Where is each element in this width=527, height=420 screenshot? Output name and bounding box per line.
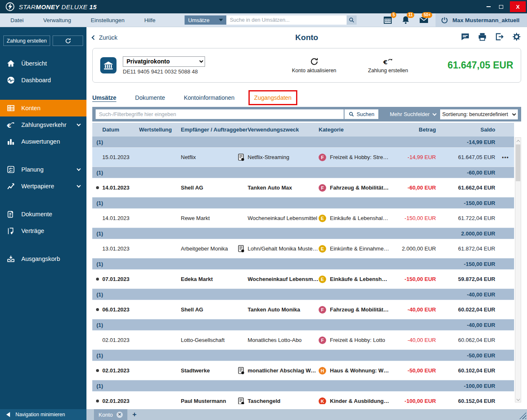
sidebar-item-planung[interactable]: Planung bbox=[0, 161, 86, 178]
sidebar-item-label: Wertpapiere bbox=[21, 183, 54, 190]
document-attachment-icon[interactable] bbox=[234, 397, 248, 405]
cell-payee: Shell AG bbox=[181, 306, 234, 313]
minimize-window-button[interactable] bbox=[482, 0, 495, 13]
tab-umsaetze[interactable]: Umsätze bbox=[92, 94, 117, 101]
notifications-bell-button[interactable]: 11 bbox=[401, 15, 411, 25]
sidebar-item-vertraege[interactable]: Verträge bbox=[0, 223, 86, 239]
group-header-row[interactable]: (1) 2.000,00 EUR bbox=[92, 228, 514, 239]
sidebar-item-ausgangskorb[interactable]: Ausgangskorb bbox=[0, 250, 86, 267]
cell-saldo: 61.662,04 EUR bbox=[438, 185, 497, 191]
col-datum[interactable]: Datum bbox=[102, 127, 139, 133]
sidebar-item-konten[interactable]: Konten bbox=[0, 100, 86, 116]
cell-saldo: 60.022,04 EUR bbox=[438, 306, 497, 313]
transaction-row[interactable]: 14.01.2023 Rewe Markt Wocheneinkauf Lebe… bbox=[92, 209, 514, 228]
account-select[interactable]: Privatgirokonto bbox=[123, 56, 205, 67]
user-menu[interactable]: Max Mustermann_aktuell bbox=[436, 13, 527, 27]
group-header-row[interactable]: (1) -100,00 EUR bbox=[92, 380, 514, 392]
group-count: (1) bbox=[92, 383, 181, 389]
create-payment-card-button[interactable]: € Zahlung erstellen bbox=[368, 57, 408, 73]
tab-zugangsdaten[interactable]: Zugangsdaten bbox=[248, 90, 298, 105]
group-header-row[interactable]: (1) -150,00 EUR bbox=[92, 258, 514, 270]
sidebar-item-zahlungsverkehr[interactable]: € Zahlungsverkehr bbox=[0, 116, 86, 133]
sort-dropdown[interactable]: Sortierung: benutzerdefiniert bbox=[440, 109, 518, 119]
category-badge-icon: F bbox=[319, 184, 326, 192]
sidebar-item-auswertungen[interactable]: Auswertungen bbox=[0, 133, 86, 150]
cell-purpose: Lohn/Gehalt Monika Muster… bbox=[248, 245, 319, 252]
transaction-row[interactable]: 14.01.2023 Shell AG Tanken Auto Max F Fa… bbox=[92, 178, 514, 197]
search-button[interactable]: Suchen bbox=[345, 109, 378, 119]
resize-grip[interactable] bbox=[519, 412, 526, 419]
col-empfaenger[interactable]: Empfänger / Auftraggeber bbox=[181, 127, 248, 133]
sidebar-item-wertpapiere[interactable]: Wertpapiere bbox=[0, 178, 86, 195]
create-payment-button[interactable]: Zahlung erstellen bbox=[3, 35, 50, 46]
chevron-down-icon bbox=[77, 184, 81, 188]
scroll-up-button[interactable] bbox=[515, 138, 521, 144]
group-header-row[interactable]: (1) -14,99 EUR bbox=[92, 137, 514, 148]
global-search-button[interactable] bbox=[347, 15, 357, 25]
update-account-button[interactable]: Konto aktualisieren bbox=[292, 57, 336, 73]
close-tab-icon[interactable]: ✕ bbox=[117, 412, 123, 418]
document-attachment-icon[interactable] bbox=[234, 367, 248, 374]
securities-chart-icon bbox=[6, 182, 15, 191]
group-header-row[interactable]: (1) -40,00 EUR bbox=[92, 319, 514, 331]
sidebar-item-uebersicht[interactable]: Übersicht bbox=[0, 55, 86, 72]
feedback-bubble-button[interactable] bbox=[461, 32, 470, 43]
print-button[interactable] bbox=[478, 32, 487, 43]
transaction-row[interactable]: 06.01.2023 Shell AG Tanken Auto Monika F… bbox=[92, 300, 514, 319]
transaction-row[interactable]: 15.01.2023 Netflix Netflix-Streaming F F… bbox=[92, 148, 514, 167]
cell-amount: -50,00 EUR bbox=[390, 367, 438, 374]
col-verwendungszweck[interactable]: Verwendungszweck bbox=[248, 127, 319, 133]
group-header-row[interactable]: (1) -50,00 EUR bbox=[92, 350, 514, 361]
menu-hilfe[interactable]: Hilfe bbox=[144, 17, 155, 23]
menu-einstellungen[interactable]: Einstellungen bbox=[91, 17, 124, 23]
refresh-accounts-button[interactable] bbox=[53, 35, 83, 46]
global-search-input[interactable] bbox=[226, 15, 347, 25]
transaction-row[interactable]: 13.01.2023 Arbeitgeber Monika Lohn/Gehal… bbox=[92, 239, 514, 258]
konto-tab[interactable]: Konto ✕ bbox=[94, 409, 127, 420]
group-count: (1) bbox=[92, 291, 181, 298]
col-kategorie[interactable]: Kategorie bbox=[319, 127, 390, 133]
more-search-fields-button[interactable]: Mehr Suchfelder bbox=[390, 111, 436, 117]
notifications-badge: 11 bbox=[407, 12, 415, 18]
document-attachment-icon[interactable] bbox=[234, 154, 248, 161]
category-badge-icon: F bbox=[319, 337, 326, 344]
group-header-row[interactable]: (1) -60,00 EUR bbox=[92, 167, 514, 178]
accounts-table-icon bbox=[6, 104, 15, 113]
transaction-row[interactable]: 02.01.2023 Paul Mustermann Taschengeld K… bbox=[92, 392, 514, 404]
filter-input[interactable] bbox=[96, 109, 344, 119]
group-header-row[interactable]: (1) -150,00 EUR bbox=[92, 197, 514, 209]
back-button[interactable]: Zurück bbox=[92, 34, 117, 41]
scrollbar-thumb[interactable] bbox=[516, 144, 520, 181]
messages-mail-button[interactable]: 50+ bbox=[419, 15, 429, 25]
cell-purpose: Tanken Auto Monika bbox=[248, 306, 319, 313]
search-scope-dropdown[interactable]: Umsätze bbox=[185, 15, 226, 25]
document-attachment-icon[interactable] bbox=[234, 245, 248, 253]
row-menu-button[interactable]: ••• bbox=[497, 154, 514, 160]
transaction-row[interactable]: 07.01.2023 Edeka Markt Wocheneinkauf Leb… bbox=[92, 270, 514, 289]
export-button[interactable] bbox=[495, 32, 504, 43]
group-header-row[interactable]: (1) -40,00 EUR bbox=[92, 289, 514, 300]
close-window-button[interactable]: X bbox=[510, 1, 526, 12]
new-tab-button[interactable]: + bbox=[127, 409, 142, 420]
minimize-navigation-button[interactable]: Navigation minimieren bbox=[0, 409, 86, 420]
col-betrag[interactable]: Betrag bbox=[390, 127, 438, 133]
cell-payee: Paul Mustermann bbox=[181, 398, 234, 404]
col-saldo[interactable]: Saldo bbox=[438, 127, 497, 133]
menu-datei[interactable]: Datei bbox=[10, 17, 24, 23]
menu-verwaltung[interactable]: Verwaltung bbox=[43, 17, 71, 23]
vertical-scrollbar[interactable] bbox=[515, 137, 521, 402]
cell-saldo: 60.152,04 EUR bbox=[438, 398, 497, 404]
transaction-row[interactable]: 02.01.2023 Lotto-Gesellschaft Monatliche… bbox=[92, 331, 514, 350]
tab-dokumente[interactable]: Dokumente bbox=[135, 94, 165, 101]
transaction-row[interactable]: 02.01.2023 Stadtwerke monatlicher Abschl… bbox=[92, 361, 514, 380]
sidebar-item-dokumente[interactable]: Dokumente bbox=[0, 206, 86, 223]
planning-checklist-icon bbox=[6, 165, 15, 174]
tab-kontoinformationen[interactable]: Kontoinformationen bbox=[184, 94, 234, 101]
scroll-down-button[interactable] bbox=[515, 396, 521, 402]
unread-indicator bbox=[92, 308, 102, 311]
calendar-button[interactable]: 5 bbox=[383, 15, 393, 25]
sidebar-item-dashboard[interactable]: Dashboard bbox=[0, 72, 86, 89]
col-wertstellung[interactable]: Wertstellung bbox=[139, 127, 181, 133]
settings-gear-button[interactable] bbox=[512, 32, 521, 43]
maximize-window-button[interactable] bbox=[495, 0, 507, 13]
